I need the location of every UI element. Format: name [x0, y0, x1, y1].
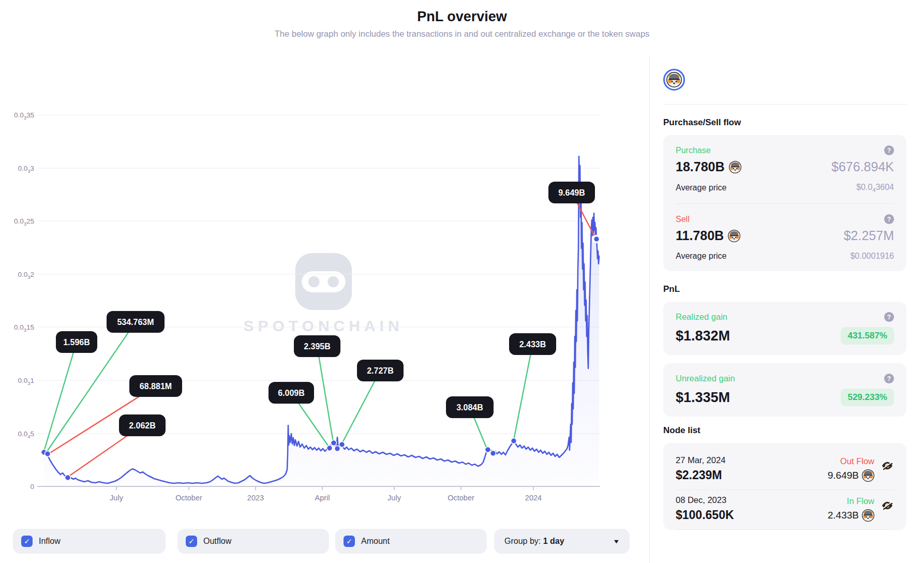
node-usd-value: $100.650K	[676, 508, 828, 522]
realized-gain-value: $1.832M	[676, 328, 730, 344]
outflow-checkbox[interactable]: ✓	[186, 536, 197, 547]
annotation-pill-label: 3.084B	[456, 403, 483, 412]
check-icon: ✓	[24, 537, 30, 545]
node-dot[interactable]	[327, 446, 333, 451]
annotation-line-inflow	[44, 342, 77, 451]
node-list-card: 27 Mar, 2024 $2.239M Out Flow 9.649B	[663, 443, 906, 530]
annotation-pill-label: 534.763M	[117, 318, 154, 327]
annotation-pill-label: 2.062B	[129, 421, 156, 430]
floki-token-icon	[666, 72, 682, 87]
pnl-section-title: PnL	[663, 284, 906, 294]
annotation-line-inflow	[342, 371, 380, 443]
purchase-amount: 18.780B	[676, 159, 741, 174]
annotation-pill: 2.062B	[119, 414, 166, 436]
y-axis-tick-label: 0.045	[18, 430, 34, 439]
chevron-down-icon: ▼	[613, 538, 620, 544]
annotation-pill: 6.009B	[269, 382, 314, 404]
x-axis-tick-label: October	[448, 494, 474, 502]
group-by-dropdown[interactable]: Group by: 1 day ▼	[494, 529, 630, 554]
page-title: PnL overview	[0, 9, 924, 25]
annotation-pill-label: 2.433B	[519, 340, 546, 349]
annotation-pill: 2.395B	[294, 335, 340, 357]
page-header: PnL overview The below graph only includ…	[0, 0, 924, 56]
node-dot[interactable]	[45, 451, 51, 457]
y-axis-tick-label: 0	[30, 483, 34, 491]
annotation-pill: 2.727B	[357, 360, 404, 381]
purchase-avg-price-value: $0.043604	[856, 183, 894, 193]
node-dot[interactable]	[65, 475, 71, 481]
node-dot[interactable]	[331, 440, 337, 446]
help-icon[interactable]: ?	[884, 374, 894, 383]
inflow-filter[interactable]: ✓ Inflow	[13, 529, 166, 554]
latest-point-marker[interactable]	[593, 236, 600, 243]
annotation-pill: 1.596B	[56, 331, 97, 353]
help-icon[interactable]: ?	[884, 145, 894, 155]
help-icon[interactable]: ?	[884, 214, 894, 224]
pnl-chart-pane: SPOTONCHAIN 0.03350.0330.03250.0320.0315…	[0, 55, 649, 563]
eye-off-icon[interactable]	[881, 460, 894, 472]
unrealized-gain-percent-badge: 529.233%	[841, 389, 894, 406]
outflow-label: Outflow	[203, 537, 231, 546]
y-axis-tick-label: 0.0335	[14, 111, 34, 121]
annotation-pill: 3.084B	[446, 396, 494, 418]
sell-usd-value: $2.257M	[844, 228, 894, 243]
node-dot[interactable]	[511, 438, 517, 444]
x-axis-tick-label: April	[315, 494, 330, 502]
annotation-pill: 2.433B	[509, 333, 556, 355]
help-icon[interactable]: ?	[884, 312, 894, 322]
amount-filter[interactable]: ✓ Amount	[335, 529, 487, 554]
annotation-pill-label: 68.881M	[140, 382, 172, 391]
floki-token-icon	[862, 509, 874, 522]
annotation-line-inflow	[317, 346, 333, 442]
sell-avg-price-label: Average price	[676, 251, 726, 261]
annotation-pill: 534.763M	[107, 311, 165, 333]
group-by-text: Group by: 1 day	[504, 537, 564, 546]
chart-controls: ✓ Inflow ✓ Outflow ✓ Amount Group by: 1 …	[0, 529, 649, 554]
page-subtitle: The below graph only includes the transa…	[0, 29, 924, 39]
outflow-filter[interactable]: ✓ Outflow	[177, 529, 329, 554]
node-dot[interactable]	[339, 442, 345, 448]
x-axis-tick-label: July	[110, 494, 124, 502]
sell-label: Sell	[676, 215, 690, 224]
node-list-row[interactable]: 08 Dec, 2023 $100.650K In Flow 2.433B	[676, 490, 894, 529]
realized-gain-percent-badge: 431.587%	[841, 327, 894, 345]
annotation-pill-label: 2.727B	[367, 366, 394, 375]
node-date: 27 Mar, 2024	[676, 455, 828, 465]
realized-gain-label: Realized gain	[676, 312, 727, 322]
floki-token-icon	[728, 230, 740, 242]
node-token-amount: 2.433B	[828, 509, 874, 522]
inflow-checkbox[interactable]: ✓	[21, 536, 33, 547]
token-avatar[interactable]	[663, 69, 685, 91]
eye-off-icon[interactable]	[881, 499, 894, 512]
unrealized-gain-card: Unrealized gain ? $1.335M 529.233%	[663, 363, 906, 417]
y-axis-tick-label: 0.031	[18, 377, 34, 386]
y-axis-tick-label: 0.0325	[14, 217, 34, 227]
floki-token-icon	[729, 161, 741, 173]
y-axis-tick-label: 0.0315	[14, 323, 34, 333]
token-sidebar: Purchase/Sell flow Purchase ? 18.780B $6…	[649, 55, 924, 563]
amount-checkbox[interactable]: ✓	[344, 536, 355, 547]
node-list-row[interactable]: 27 Mar, 2024 $2.239M Out Flow 9.649B	[676, 450, 894, 490]
node-dot[interactable]	[485, 447, 491, 453]
purchase-usd-value: $676.894K	[831, 159, 894, 174]
node-token-amount: 9.649B	[828, 469, 874, 482]
y-axis-tick-label: 0.032	[18, 271, 34, 280]
check-icon: ✓	[188, 537, 195, 545]
sell-amount: 11.780B	[676, 228, 740, 243]
amount-label: Amount	[361, 537, 390, 546]
y-axis-tick-label: 0.033	[18, 165, 34, 174]
unrealized-gain-value: $1.335M	[676, 390, 730, 406]
node-dot[interactable]	[335, 446, 340, 452]
node-usd-value: $2.239M	[676, 468, 828, 482]
node-flow-direction: Out Flow	[828, 456, 874, 466]
node-list-section-title: Node list	[663, 425, 906, 436]
node-date: 08 Dec, 2023	[676, 495, 828, 505]
check-icon: ✓	[346, 537, 352, 545]
purchase-sell-card: Purchase ? 18.780B $676.894K Average pri…	[663, 135, 906, 271]
node-row-divider	[676, 529, 894, 530]
node-dot[interactable]	[490, 451, 496, 456]
node-flow-direction: In Flow	[828, 496, 874, 506]
group-by-value: 1 day	[543, 537, 564, 545]
unrealized-gain-label: Unrealized gain	[676, 374, 735, 383]
price-flow-chart: 0.03350.0330.03250.0320.03150.0310.0450J…	[0, 55, 649, 563]
